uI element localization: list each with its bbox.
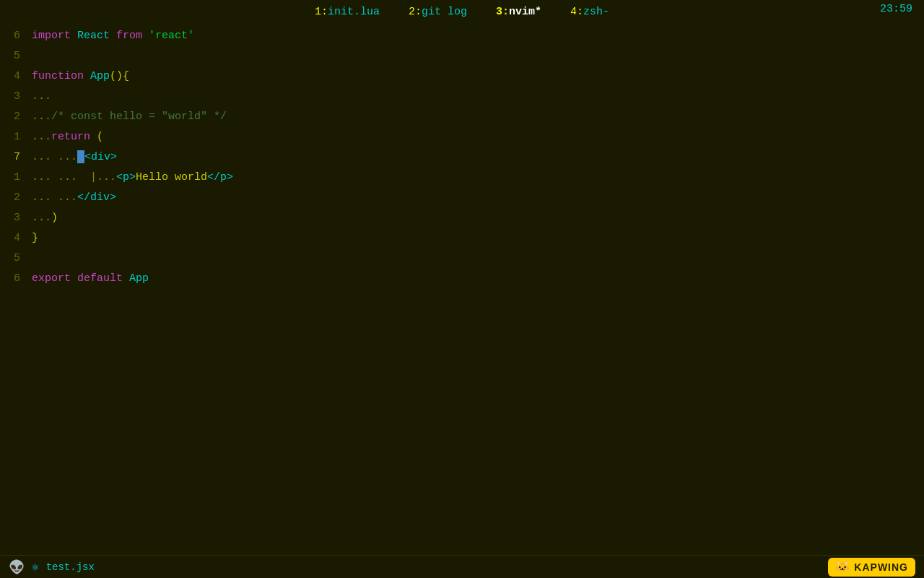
tab-1-name: init.lua xyxy=(328,6,380,18)
code-line-9: 2 ... ...</div> xyxy=(0,188,924,208)
line-content-1: import React from 'react' xyxy=(32,26,194,46)
line-num-6: 1 xyxy=(6,127,20,147)
line-num-4: 3 xyxy=(6,87,20,107)
tab-2[interactable]: 2:git log xyxy=(409,6,467,18)
line-num-11: 4 xyxy=(6,228,20,249)
line-num-1: 6 xyxy=(6,26,20,46)
line-num-7: 7 xyxy=(6,147,20,168)
code-line-13: 6 export default App xyxy=(0,269,924,289)
code-line-4: 3 ... xyxy=(0,87,924,107)
code-line-7: 7 ... ...<div> xyxy=(0,147,924,168)
code-line-12: 5 xyxy=(0,249,924,269)
clock: 23:59 xyxy=(880,3,912,15)
kapwing-logo: 🐱 KAPWING xyxy=(828,558,915,577)
code-line-2: 5 xyxy=(0,46,924,66)
line-content-10: ...) xyxy=(32,208,58,228)
kapwing-text: KAPWING xyxy=(854,561,908,573)
line-content-7: ... ...<div> xyxy=(32,147,117,168)
tab-2-name: git log xyxy=(422,6,467,18)
code-line-8: 1 ... ... |...<p>Hello world</p> xyxy=(0,168,924,188)
react-icon: ⚛ xyxy=(32,560,39,574)
tab-1-number: 1: xyxy=(315,6,328,18)
tab-3-number: 3: xyxy=(496,6,509,18)
code-line-5: 2 .../* const hello = "world" */ xyxy=(0,107,924,127)
tab-2-number: 2: xyxy=(409,6,422,18)
tab-4-number: 4: xyxy=(570,6,583,18)
status-bar: 👽 ⚛ test.jsx 🐱 KAPWING xyxy=(0,555,924,578)
line-num-5: 2 xyxy=(6,107,20,127)
code-line-10: 3 ...) xyxy=(0,208,924,228)
tab-4-name: zsh- xyxy=(583,6,609,18)
alien-icon: 👽 xyxy=(9,559,25,575)
line-content-9: ... ...</div> xyxy=(32,188,116,208)
cursor xyxy=(77,150,84,163)
line-content-6: ...return ( xyxy=(32,127,103,147)
line-content-3: function App(){ xyxy=(32,66,129,87)
line-num-9: 2 xyxy=(6,188,20,208)
line-num-13: 6 xyxy=(6,269,20,289)
code-line-1: 6 import React from 'react' xyxy=(0,26,924,46)
line-content-5: .../* const hello = "world" */ xyxy=(32,107,227,127)
tab-1[interactable]: 1:init.lua xyxy=(315,6,380,18)
line-content-8: ... ... |...<p>Hello world</p> xyxy=(32,168,233,188)
code-line-3: 4 function App(){ xyxy=(0,66,924,87)
code-area: 6 import React from 'react' 5 4 function… xyxy=(0,23,924,535)
tab-4[interactable]: 4:zsh- xyxy=(570,6,609,18)
tab-bar: 1:init.lua 2:git log 3:nvim* 4:zsh- xyxy=(0,0,924,23)
line-num-2: 5 xyxy=(6,46,20,66)
line-content-4: ... xyxy=(32,87,51,107)
code-line-11: 4 } xyxy=(0,228,924,249)
line-content-13: export default App xyxy=(32,269,149,289)
status-left: 👽 ⚛ test.jsx xyxy=(9,559,95,575)
tab-3-name: nvim* xyxy=(509,6,541,18)
kapwing-icon: 🐱 xyxy=(835,560,850,574)
line-num-8: 1 xyxy=(6,168,20,188)
line-content-11: } xyxy=(32,228,38,249)
line-num-3: 4 xyxy=(6,66,20,87)
line-num-12: 5 xyxy=(6,249,20,269)
code-line-6: 1 ...return ( xyxy=(0,127,924,147)
tab-3[interactable]: 3:nvim* xyxy=(496,6,541,18)
line-num-10: 3 xyxy=(6,208,20,228)
file-name: test.jsx xyxy=(46,561,95,573)
